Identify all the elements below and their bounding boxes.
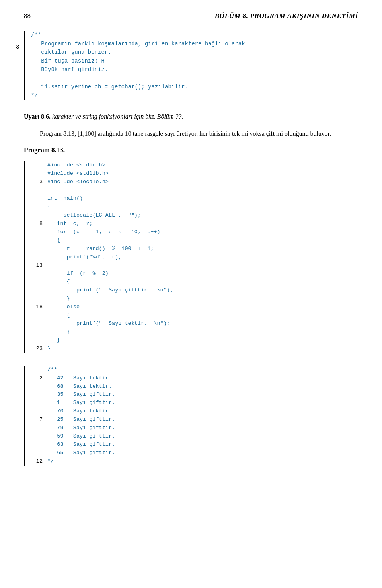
code-line: 13 — [32, 262, 358, 270]
output-text: /** — [47, 366, 57, 374]
output-text: 68 Sayı tektir. — [47, 383, 112, 391]
line-number: 23 — [32, 345, 44, 353]
output-text: 59 Sayı çifttir. — [47, 432, 115, 441]
code-line: 0 { — [32, 278, 358, 286]
output-line: 0/** — [32, 366, 358, 374]
code-text: for (c = 1; c <= 10; c++) — [47, 228, 160, 236]
code-line: 0 setlocale(LC_ALL , ""); — [32, 211, 358, 220]
output-line: 12*/ — [32, 457, 358, 466]
output-line: 2 42 Sayı tektir. — [32, 374, 358, 383]
code-text: if (r % 2) — [47, 270, 109, 278]
line-number: 3 — [32, 178, 44, 186]
code-text: #include <stdio.h> — [47, 161, 105, 170]
output-line: 0 59 Sayı çifttir. — [32, 432, 358, 441]
output-line: 0 1 Sayı çifttir. — [32, 399, 358, 407]
output-line: 0 65 Sayı çifttir. — [32, 449, 358, 457]
code-text: setlocale(LC_ALL , ""); — [47, 211, 141, 220]
code-line: 0 for (c = 1; c <= 10; c++) — [32, 228, 358, 236]
code-line: 0{ — [32, 203, 358, 211]
line-number: 8 — [32, 220, 44, 228]
code-text: int c, r; — [47, 220, 92, 228]
code-text: int main() — [47, 195, 83, 203]
output-text: 25 Sayı çifttir. — [47, 416, 115, 424]
output-text: 70 Sayı tektir. — [47, 407, 112, 416]
warning-body: karakter ve string fonksiyonları için bk… — [51, 113, 183, 120]
output-line: 0 79 Sayı çifttir. — [32, 424, 358, 432]
code-line: 0 } — [32, 295, 358, 303]
intro-comment-text: /** Programın farklı koşmalarında, giril… — [31, 31, 358, 100]
warning-label: Uyarı 8.6. — [24, 113, 51, 120]
code-text: } — [47, 336, 60, 345]
page-number: 88 — [24, 12, 31, 20]
code-line: 0 { — [32, 311, 358, 320]
output-block: 0/**2 42 Sayı tektir.0 68 Sayı tektir.0 … — [24, 366, 358, 466]
code-text: } — [47, 295, 70, 303]
output-line: 0 70 Sayı tektir. — [32, 407, 358, 416]
output-line: 0 68 Sayı tektir. — [32, 383, 358, 391]
program-title: Program 8.13. — [24, 146, 358, 154]
code-text: printf(" Sayı çifttir. \n"); — [47, 286, 173, 295]
intro-comment-block: 3 /** Programın farklı koşmalarında, gir… — [24, 31, 358, 100]
code-text: printf("%d", r); — [47, 253, 121, 262]
code-text: { — [47, 236, 60, 245]
code-text: #include <stdlib.h> — [47, 170, 109, 178]
page-header: 88 BÖLÜM 8. PROGRAM AKIŞININ DENETİMİ — [24, 12, 358, 20]
warning-section: Uyarı 8.6. karakter ve string fonksiyonl… — [24, 111, 358, 122]
chapter-title: BÖLÜM 8. PROGRAM AKIŞININ DENETİMİ — [215, 12, 358, 20]
code-line: 0 } — [32, 328, 358, 336]
code-line: 0#include <stdlib.h> — [32, 170, 358, 178]
code-line: 3#include <locale.h> — [32, 178, 358, 186]
code-text: #include <locale.h> — [47, 178, 109, 186]
code-text: else — [47, 303, 80, 311]
code-text: { — [47, 203, 51, 211]
line-number: 13 — [32, 262, 44, 270]
code-text: { — [47, 311, 70, 320]
code-line: 23} — [32, 345, 358, 353]
code-line: 0int main() — [32, 195, 358, 203]
code-line: 0 if (r % 2) — [32, 270, 358, 278]
code-text: { — [47, 278, 70, 286]
output-text: 63 Sayı çifttir. — [47, 441, 115, 449]
line-number: 18 — [32, 303, 44, 311]
code-line: 0 — [32, 186, 358, 195]
code-line: 0 r = rand() % 100 + 1; — [32, 245, 358, 253]
output-line-number: 2 — [32, 374, 44, 383]
output-line: 7 25 Sayı çifttir. — [32, 416, 358, 424]
paragraph-text: Program 8.13, [1,100] aralığında 10 tane… — [24, 129, 358, 139]
code-text: } — [47, 345, 51, 353]
code-line: 18 else — [32, 303, 358, 311]
intro-line-number: 3 — [16, 44, 19, 50]
code-text: } — [47, 328, 70, 336]
output-text: 35 Sayı çifttir. — [47, 391, 115, 399]
code-line: 0#include <stdio.h> — [32, 161, 358, 170]
output-text: 65 Sayı çifttir. — [47, 449, 115, 457]
code-line: 0 printf(" Sayı tektir. \n"); — [32, 320, 358, 328]
output-text: 1 Sayı çifttir. — [47, 399, 115, 407]
code-block: 0#include <stdio.h>0#include <stdlib.h>3… — [24, 161, 358, 353]
output-line: 0 63 Sayı çifttir. — [32, 441, 358, 449]
code-text: printf(" Sayı tektir. \n"); — [47, 320, 170, 328]
output-line-number: 7 — [32, 416, 44, 424]
code-line: 8 int c, r; — [32, 220, 358, 228]
output-line-number: 12 — [32, 457, 44, 466]
code-line: 0 } — [32, 336, 358, 345]
code-line: 0 { — [32, 236, 358, 245]
code-lines: 0#include <stdio.h>0#include <stdlib.h>3… — [32, 161, 358, 353]
code-line: 0 printf(" Sayı çifttir. \n"); — [32, 286, 358, 295]
output-text: */ — [47, 457, 54, 466]
output-text: 42 Sayı tektir. — [47, 374, 112, 383]
code-line: 0 printf("%d", r); — [32, 253, 358, 262]
code-text: r = rand() % 100 + 1; — [47, 245, 154, 253]
comment-bar — [24, 31, 25, 100]
output-text: 79 Sayı çifttir. — [47, 424, 115, 432]
output-line: 0 35 Sayı çifttir. — [32, 391, 358, 399]
